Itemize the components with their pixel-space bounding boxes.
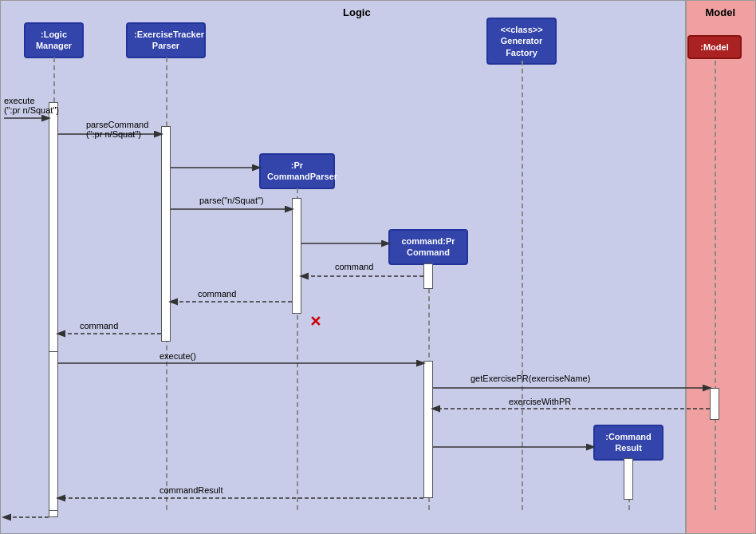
activation-exercise-parser [161,126,171,342]
logic-label: Logic [343,6,371,18]
model-panel [686,0,756,534]
lifeline-generator-factory [522,61,523,510]
activation-model [710,388,719,420]
activation-pr-command-2 [423,361,433,498]
activation-command-result [624,458,633,500]
actor-exercise-parser: :ExerciseTrackerParser [126,22,206,58]
activation-pr-parser [292,198,301,314]
actor-logic-manager: :LogicManager [24,22,84,58]
msg-get-exercise: getExercisePR(exerciseName) [471,374,590,383]
actor-model: :Model [687,35,742,59]
msg-command-result: commandResult [159,485,222,495]
msg-parse-command: parseCommand(":pr n/Squat") [86,120,148,139]
msg-command-3: command [80,321,118,330]
activation-logic-manager-2 [49,351,58,511]
msg-execute: execute(":pr n/Squat") [4,96,59,115]
actor-pr-command-parser: :PrCommandParser [259,153,335,189]
activation-pr-command-1 [423,263,433,289]
msg-command-2: command [198,289,236,299]
msg-execute-cmd: execute() [159,351,196,361]
msg-command-1: command [335,262,373,271]
lifeline-model [715,61,716,510]
msg-exercise-with-pr: exerciseWithPR [509,397,571,406]
sequence-diagram: Logic Model :LogicManager :ExerciseTrack… [0,0,756,534]
model-label: Model [705,6,735,18]
actor-command-result: :CommandResult [593,425,663,461]
actor-pr-command: command:PrCommand [388,229,468,265]
msg-parse: parse("n/Squat") [199,196,264,205]
actor-generator-factory: <<class>>GeneratorFactory [486,18,557,65]
delete-marker: ✕ [309,313,321,330]
